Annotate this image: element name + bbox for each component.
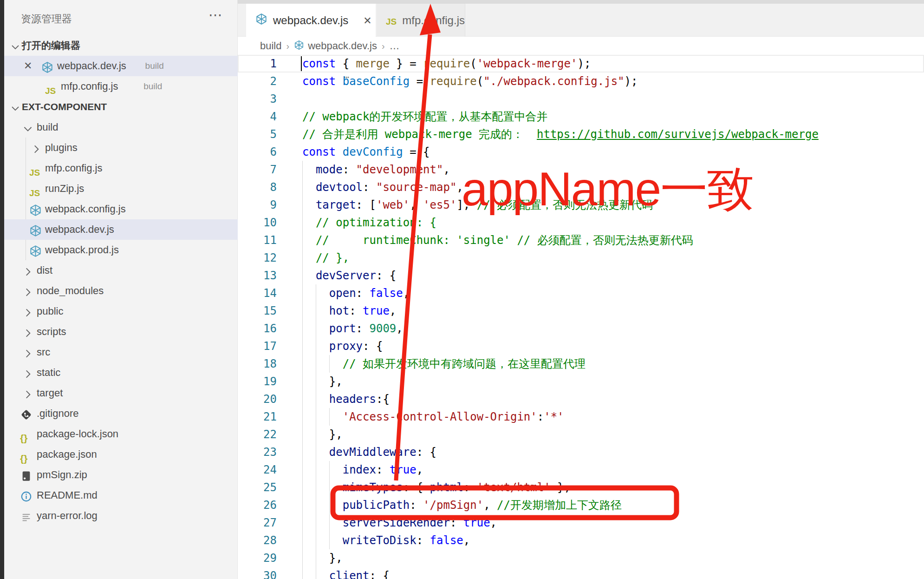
breadcrumb-item[interactable]: build — [260, 40, 281, 52]
tree-item-scripts[interactable]: scripts — [4, 322, 238, 342]
line-number[interactable]: 1 — [243, 55, 277, 72]
tree-item-webpack-config-js[interactable]: webpack.config.js — [4, 199, 238, 219]
line-number[interactable]: 14 — [243, 284, 277, 302]
tree-item-mfp-config-js[interactable]: JSmfp.config.js — [4, 158, 238, 178]
code-line-6[interactable]: 6const devConfig = { — [238, 143, 924, 161]
code-line-17[interactable]: 17 proxy: { — [238, 337, 924, 355]
code-line-text: devServer: { — [302, 267, 396, 284]
line-number[interactable]: 13 — [243, 267, 277, 284]
breadcrumb-item[interactable]: … — [390, 40, 400, 52]
code-line-1[interactable]: 1const { merge } = require('webpack-merg… — [238, 55, 924, 72]
tree-item-webpack-dev-js[interactable]: webpack.dev.js — [4, 219, 238, 240]
code-line-14[interactable]: 14 open: false, — [238, 284, 924, 302]
code-line-19[interactable]: 19 }, — [238, 373, 924, 390]
open-editor-item[interactable]: JSmfp.config.jsbuild — [4, 76, 238, 97]
code-line-3[interactable]: 3 — [238, 90, 924, 108]
line-number[interactable]: 22 — [243, 426, 277, 443]
open-editors-section-header[interactable]: 打开的编辑器 — [4, 35, 238, 56]
webpack-icon — [294, 38, 304, 56]
code-line-22[interactable]: 22 }, — [238, 426, 924, 443]
tree-item-package-lock-json[interactable]: {}package-lock.json — [4, 424, 238, 444]
workspace-section-header[interactable]: EXT-COMPONENT — [4, 97, 238, 117]
line-number[interactable]: 29 — [243, 549, 277, 567]
explorer-sidebar: 资源管理器 ⋯ 打开的编辑器 ✕webpack.dev.jsbuildJSmfp… — [4, 0, 238, 579]
line-number[interactable]: 30 — [243, 567, 277, 579]
code-line-26[interactable]: 26 publicPath: '/pmSign', //开发期增加上下文路径 — [238, 496, 924, 514]
line-number[interactable]: 12 — [243, 249, 277, 267]
line-number[interactable]: 27 — [243, 514, 277, 532]
line-number[interactable]: 20 — [243, 390, 277, 408]
line-number[interactable]: 23 — [243, 443, 277, 461]
line-number[interactable]: 8 — [243, 178, 277, 196]
line-number[interactable]: 25 — [243, 479, 277, 496]
line-number[interactable]: 9 — [243, 196, 277, 214]
more-actions-icon[interactable]: ⋯ — [208, 7, 223, 23]
code-line-16[interactable]: 16 port: 9009, — [238, 320, 924, 337]
code-line-12[interactable]: 12 // }, — [238, 249, 924, 267]
line-number[interactable]: 17 — [243, 337, 277, 355]
line-number[interactable]: 26 — [243, 496, 277, 514]
line-number[interactable]: 3 — [243, 90, 277, 108]
tree-item-webpack-prod-js[interactable]: webpack.prod.js — [4, 240, 238, 260]
code-line-25[interactable]: 25 mimeTypes: { phtml: 'text/html' }, — [238, 479, 924, 496]
tab-label: mfp.config.js — [402, 14, 465, 26]
tree-item-target[interactable]: target — [4, 383, 238, 403]
code-line-18[interactable]: 18 // 如果开发环境中有跨域问题，在这里配置代理 — [238, 355, 924, 373]
line-number[interactable]: 15 — [243, 302, 277, 320]
open-editor-item[interactable]: ✕webpack.dev.jsbuild — [4, 56, 238, 76]
code-line-7[interactable]: 7 mode: "development", — [238, 161, 924, 178]
code-line-24[interactable]: 24 index: true, — [238, 461, 924, 479]
tree-item-plugins[interactable]: plugins — [4, 138, 238, 158]
close-icon[interactable]: ✕ — [24, 56, 32, 76]
line-number[interactable]: 2 — [243, 72, 277, 90]
tree-item-runzip-js[interactable]: JSrunZip.js — [4, 178, 238, 199]
line-number[interactable]: 7 — [243, 161, 277, 178]
code-line-28[interactable]: 28 writeToDisk: false, — [238, 532, 924, 549]
code-line-23[interactable]: 23 devMiddleware: { — [238, 443, 924, 461]
tree-item-package-json[interactable]: {}package.json — [4, 444, 238, 465]
line-number[interactable]: 21 — [243, 408, 277, 426]
tree-item-build[interactable]: build — [4, 117, 238, 138]
line-number[interactable]: 16 — [243, 320, 277, 337]
code-line-29[interactable]: 29 }, — [238, 549, 924, 567]
line-number[interactable]: 10 — [243, 214, 277, 231]
tree-item-node-modules[interactable]: node_modules — [4, 281, 238, 301]
code-line-15[interactable]: 15 hot: true, — [238, 302, 924, 320]
code-line-30[interactable]: 30 client: { — [238, 567, 924, 579]
line-number[interactable]: 24 — [243, 461, 277, 479]
line-number[interactable]: 4 — [243, 108, 277, 125]
breadcrumb-item[interactable]: webpack.dev.js — [308, 40, 377, 52]
tree-item-static[interactable]: static — [4, 362, 238, 383]
open-editor-folder-badge: build — [145, 56, 164, 76]
tab-mfp-config-js[interactable]: JSmfp.config.js — [377, 4, 465, 37]
code-line-4[interactable]: 4// webpack的开发环境配置，从基本配置中合并 — [238, 108, 924, 125]
code-line-8[interactable]: 8 devtool: "source-map", — [238, 178, 924, 196]
tree-item-yarn-error-log[interactable]: yarn-error.log — [4, 506, 238, 526]
close-icon[interactable]: ✕ — [359, 15, 375, 26]
code-line-20[interactable]: 20 headers:{ — [238, 390, 924, 408]
code-line-13[interactable]: 13 devServer: { — [238, 267, 924, 284]
line-number[interactable]: 28 — [243, 532, 277, 549]
line-number[interactable]: 6 — [243, 143, 277, 161]
tree-item-dist[interactable]: dist — [4, 260, 238, 281]
tree-item-readme-md[interactable]: README.md — [4, 485, 238, 506]
tree-item-pmsign-zip[interactable]: pmSign.zip — [4, 465, 238, 485]
code-line-27[interactable]: 27 serverSideRender: true, — [238, 514, 924, 532]
code-line-2[interactable]: 2const baseConfig = require("./webpack.c… — [238, 72, 924, 90]
tree-item--gitignore[interactable]: .gitignore — [4, 403, 238, 424]
code-line-11[interactable]: 11 // runtimeChunk: 'single' // 必须配置，否则无… — [238, 231, 924, 249]
tree-item-public[interactable]: public — [4, 301, 238, 322]
code-line-10[interactable]: 10 // optimization: { — [238, 214, 924, 231]
code-line-text: // 合并是利用 webpack-merge 完成的： https://gith… — [302, 125, 819, 143]
line-number[interactable]: 18 — [243, 355, 277, 373]
tree-item-src[interactable]: src — [4, 342, 238, 362]
line-number[interactable]: 11 — [243, 231, 277, 249]
tab-webpack-dev-js[interactable]: webpack.dev.js✕ — [246, 4, 376, 37]
line-number[interactable]: 5 — [243, 125, 277, 143]
code-line-5[interactable]: 5// 合并是利用 webpack-merge 完成的： https://git… — [238, 125, 924, 143]
breadcrumb: build›webpack.dev.js›… — [238, 37, 924, 55]
code-line-9[interactable]: 9 target: ['web', 'es5'], // 必须配置，否则无法热更… — [238, 196, 924, 214]
line-number[interactable]: 19 — [243, 373, 277, 390]
code-line-21[interactable]: 21 'Access-Control-Allow-Origin':'*' — [238, 408, 924, 426]
code-editor[interactable]: 1const { merge } = require('webpack-merg… — [238, 55, 924, 579]
